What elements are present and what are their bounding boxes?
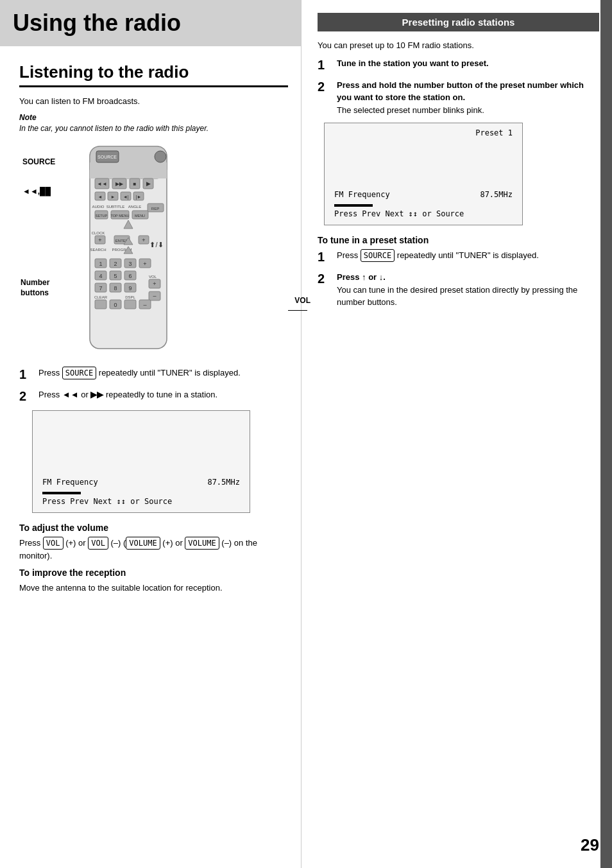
svg-text:+: + — [142, 237, 145, 243]
svg-text:▶: ▶ — [146, 180, 151, 187]
improve-reception-text: Move the antenna to the suitable locatio… — [19, 582, 288, 595]
svg-rect-76 — [124, 300, 136, 309]
right-step-1: 1 Tune in the station you want to preset… — [318, 57, 599, 73]
svg-text:4: 4 — [99, 273, 102, 279]
preset-screen-freq-line: FM Frequency 87.5MHz — [334, 190, 513, 199]
svg-text:SEARCH: SEARCH — [90, 248, 106, 252]
svg-point-5 — [155, 151, 166, 162]
svg-text:0: 0 — [114, 302, 117, 308]
page-container: Using the radio Listening to the radio Y… — [0, 0, 612, 868]
svg-text:▶▶: ▶▶ — [115, 181, 124, 187]
step-1: 1 Press SOURCE repeatedly until "TUNER" … — [19, 367, 288, 382]
svg-text:5: 5 — [114, 273, 117, 279]
right-stripe — [600, 0, 612, 868]
svg-text:|►: |► — [136, 195, 142, 200]
step-1-num: 1 — [19, 367, 33, 382]
svg-text:9: 9 — [128, 285, 132, 291]
preset-screen-bar — [334, 204, 373, 207]
step-1-text: Press SOURCE repeatedly until "TUNER" is… — [38, 367, 288, 379]
screen-bottom-text: Press Prev Next ↕↕ or Source — [42, 497, 240, 506]
svg-text:8: 8 — [114, 285, 117, 291]
svg-text:SUBTITLE: SUBTITLE — [106, 205, 125, 209]
right-step-2: 2 Press and hold the number button of th… — [318, 79, 599, 117]
tune-source-btn: SOURCE — [361, 249, 395, 262]
svg-text:7: 7 — [99, 285, 102, 291]
svg-text:–: – — [153, 293, 156, 299]
tune-step-2-subtext: You can tune in the desired preset stati… — [337, 285, 577, 308]
note-text: In the car, you cannot listen to the rad… — [19, 123, 288, 134]
screen-freq-line: FM Frequency 87.5MHz — [42, 478, 240, 487]
adjust-volume-title: To adjust the volume — [19, 523, 288, 533]
svg-text:REP: REP — [151, 207, 159, 211]
svg-text:–: – — [143, 302, 146, 308]
svg-text:⬆/⬇: ⬆/⬇ — [149, 241, 163, 248]
svg-text:◄◄: ◄◄ — [97, 181, 107, 187]
svg-text:◄: ◄ — [98, 195, 103, 199]
svg-text:ANGLE: ANGLE — [128, 205, 141, 209]
tune-step-2-text: Press ↑ or ↓. You can tune in the desire… — [337, 271, 599, 309]
tune-step-2-num: 2 — [318, 271, 332, 286]
page-title: Using the radio — [0, 0, 301, 46]
tune-step-2: 2 Press ↑ or ↓. You can tune in the desi… — [318, 271, 599, 309]
svg-text:SETUP: SETUP — [96, 214, 108, 218]
note-label: Note — [19, 113, 288, 122]
arrows-label: ◄◄,██ — [22, 187, 51, 196]
screen-bar — [42, 492, 81, 494]
svg-text:1: 1 — [99, 261, 102, 267]
remote-area: SOURCE ◄◄,██ Numberbuttons SOURCE ◄◄ — [77, 143, 288, 357]
right-step-2-subtext: The selected preset number blinks pink. — [337, 105, 484, 115]
remote-svg: SOURCE ◄◄ ▶▶ ■ ▶ ◄ ► ◄| — [77, 143, 180, 355]
improve-reception-title: To improve the reception — [19, 568, 288, 578]
svg-text:MENU: MENU — [135, 214, 145, 218]
step-2-num: 2 — [19, 388, 33, 404]
svg-text:CLOCK: CLOCK — [92, 231, 105, 235]
svg-text:6: 6 — [128, 273, 132, 279]
right-step-1-text: Tune in the station you want to preset. — [337, 57, 599, 70]
svg-text:AUDIO: AUDIO — [92, 205, 104, 209]
right-step-2-num: 2 — [318, 79, 332, 94]
volume-btn2: VOLUME — [185, 537, 219, 550]
screen-box: FM Frequency 87.5MHz Press Prev Next ↕↕ … — [32, 410, 250, 513]
svg-text:►: ► — [111, 195, 115, 199]
right-step-1-num: 1 — [318, 57, 332, 73]
svg-text:+: + — [153, 281, 156, 287]
svg-text:+: + — [143, 261, 146, 267]
source-label: SOURCE — [22, 157, 55, 166]
source-btn: SOURCE — [62, 367, 96, 379]
number-buttons-label: Numberbuttons — [21, 278, 49, 298]
tune-step-1: 1 Press SOURCE repeatedly until "TUNER" … — [318, 249, 599, 265]
volume-btn: VOLUME — [126, 537, 160, 550]
preset-freq-value: 87.5MHz — [480, 190, 513, 199]
section-title: Listening to the radio — [19, 62, 288, 87]
preset-screen-box: Preset 1 FM Frequency 87.5MHz Press Prev… — [324, 123, 523, 225]
vol-btn2: VOL — [88, 537, 108, 550]
intro-text: You can listen to FM broadcasts. — [19, 95, 288, 108]
tune-step-1-num: 1 — [318, 249, 332, 265]
tune-preset-title: To tune in a preset station — [318, 235, 599, 245]
tune-step-1-text: Press SOURCE repeatedly until "TUNER" is… — [337, 249, 599, 262]
svg-text:CLEAR: CLEAR — [94, 295, 108, 299]
adjust-volume-text: Press VOL (+) or VOL (–) (VOLUME (+) or … — [19, 537, 288, 562]
screen-freq-label: FM Frequency — [42, 478, 98, 487]
screen-freq-value: 87.5MHz — [207, 478, 240, 487]
right-step-2-text: Press and hold the number button of the … — [337, 79, 599, 117]
svg-text:2: 2 — [114, 261, 117, 267]
step-2-text: Press ◄◄ or ▶▶ repeatedly to tune in a s… — [38, 388, 288, 401]
preset-label: Preset 1 — [475, 128, 513, 137]
svg-text:+: + — [98, 237, 101, 243]
step-2: 2 Press ◄◄ or ▶▶ repeatedly to tune in a… — [19, 388, 288, 404]
svg-text:3: 3 — [128, 261, 132, 267]
svg-text:VOL: VOL — [149, 275, 157, 279]
right-column: Presetting radio stations You can preset… — [302, 0, 612, 868]
presetting-intro: You can preset up to 10 FM radio station… — [318, 39, 599, 52]
svg-text:◄|: ◄| — [123, 195, 129, 200]
svg-text:DSPL: DSPL — [125, 295, 135, 299]
presetting-header: Presetting radio stations — [318, 13, 599, 31]
preset-freq-label: FM Frequency — [334, 190, 390, 199]
preset-screen-bottom-text: Press Prev Next ↕↕ or Source — [334, 209, 513, 218]
svg-rect-2 — [90, 162, 167, 178]
svg-text:SOURCE: SOURCE — [98, 155, 117, 159]
svg-rect-73 — [95, 300, 106, 309]
vol-btn: VOL — [43, 537, 64, 550]
page-number: 29 — [581, 835, 599, 855]
